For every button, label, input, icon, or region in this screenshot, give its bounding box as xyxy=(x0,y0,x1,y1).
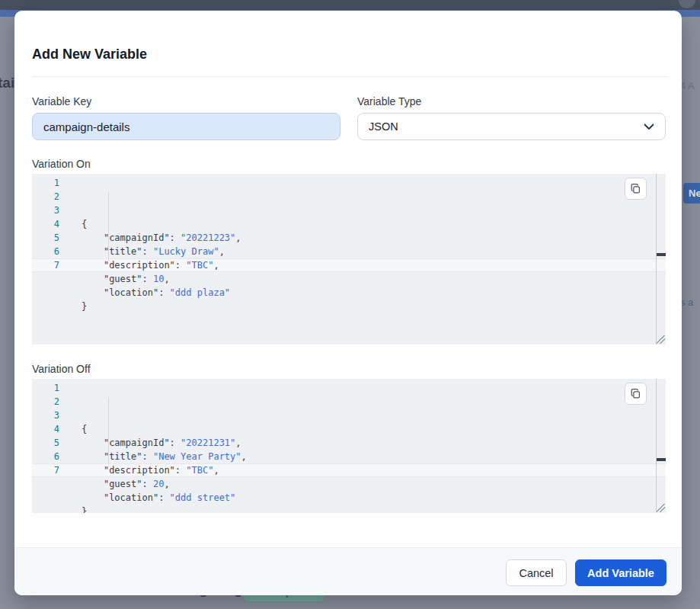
add-variable-modal: Add New Variable Variable Key Variable T… xyxy=(14,11,682,595)
variation-on-label: Variation On xyxy=(32,158,91,170)
variable-type-select[interactable]: JSON xyxy=(357,113,666,140)
clipped-new-button: Ne xyxy=(683,183,700,204)
copy-button[interactable] xyxy=(625,178,647,200)
top-navbar xyxy=(0,0,700,10)
scrollbar-track xyxy=(656,174,657,345)
clipped-text-fragment: 4 A xyxy=(680,80,695,91)
clipped-text-fragment: E xyxy=(0,145,5,154)
add-variable-button[interactable]: Add Variable xyxy=(575,559,666,586)
divider xyxy=(32,76,667,77)
clipped-text-fragment: s a xyxy=(680,296,693,308)
variation-off-editor[interactable]: 1234567 { "campaignId": "20221231", "tit… xyxy=(32,379,666,513)
modal-footer: Cancel Add Variable xyxy=(14,547,682,595)
cancel-button[interactable]: Cancel xyxy=(506,559,567,586)
variation-off-label: Variation Off xyxy=(32,363,91,375)
line-number-gutter: 1234567 xyxy=(32,381,59,513)
copy-icon xyxy=(630,388,641,399)
variable-key-input[interactable] xyxy=(32,113,340,140)
copy-button[interactable] xyxy=(625,383,647,405)
variable-key-label: Variable Key xyxy=(32,95,91,107)
variable-type-label: Variable Type xyxy=(357,95,421,107)
code-content[interactable]: { "campaignId": "20221223", "title": "Lu… xyxy=(59,176,241,313)
scrollbar-thumb[interactable] xyxy=(657,253,666,256)
chevron-down-icon xyxy=(644,123,654,130)
scrollbar-track xyxy=(656,379,657,513)
scrollbar-thumb[interactable] xyxy=(657,458,666,461)
line-number-gutter: 1234567 xyxy=(32,176,59,313)
indent-guide xyxy=(108,192,109,261)
clipped-heading-fragment: tai xyxy=(0,75,14,91)
resize-handle[interactable] xyxy=(657,335,665,344)
modal-title: Add New Variable xyxy=(32,46,147,63)
copy-icon xyxy=(630,183,641,194)
variation-on-editor[interactable]: 1234567 { "campaignId": "20221223", "tit… xyxy=(32,174,666,345)
code-content[interactable]: { "campaignId": "20221231", "title": "Ne… xyxy=(59,381,247,513)
indent-guide xyxy=(108,397,109,466)
resize-handle[interactable] xyxy=(657,504,665,512)
variable-type-value: JSON xyxy=(369,120,398,133)
